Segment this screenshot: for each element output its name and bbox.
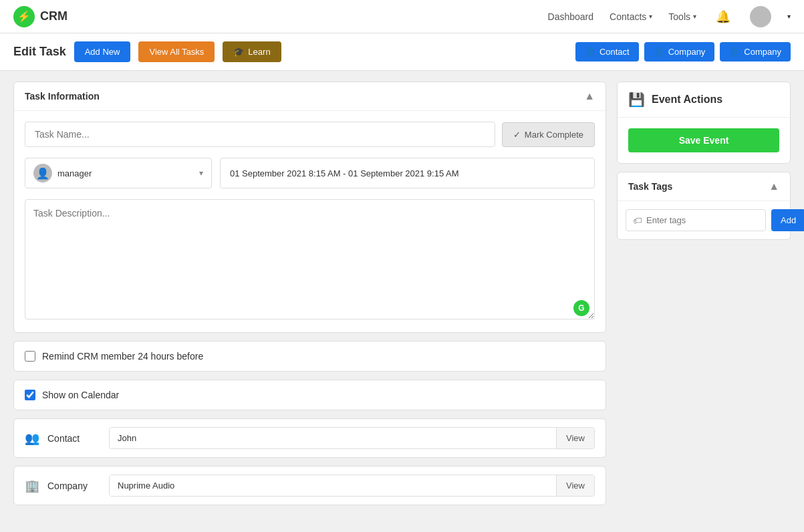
user-chevron-icon: ▾: [787, 13, 791, 20]
main-layout: Task Information ▲ ✓ Mark Complete 👤 m: [0, 71, 804, 532]
save-disk-icon: 💾: [628, 92, 645, 108]
page-header-right: 👤 Contact 👤 Company 👤 Company: [575, 42, 791, 61]
task-description-input[interactable]: [25, 199, 595, 319]
description-wrapper: G: [25, 199, 595, 321]
assignee-chevron-icon: ▾: [199, 168, 203, 178]
view-all-tasks-button[interactable]: View All Tasks: [138, 41, 215, 62]
task-info-title: Task Information: [25, 91, 100, 102]
tools-chevron-icon: ▾: [693, 13, 696, 20]
contacts-chevron-icon: ▾: [649, 13, 652, 20]
task-tags-card: Task Tags ▲ 🏷 Add: [617, 172, 791, 240]
page-header: Edit Task Add New View All Tasks 🎓 Learn…: [0, 33, 804, 71]
navbar: ⚡ CRM Dashboard Contacts ▾ Tools ▾ 🔔 ▾: [0, 0, 804, 33]
task-tags-title: Task Tags: [628, 181, 672, 192]
company-icon-1: 👤: [654, 47, 664, 57]
company-button-1[interactable]: 👤 Company: [644, 42, 715, 61]
contact-button-1[interactable]: 👤 Contact: [575, 42, 639, 61]
bell-icon[interactable]: 🔔: [712, 6, 734, 27]
task-name-input[interactable]: [25, 122, 495, 147]
left-panel: Task Information ▲ ✓ Mark Complete 👤 m: [13, 82, 606, 525]
nav-tools[interactable]: Tools ▾: [668, 11, 696, 22]
crm-logo: ⚡: [13, 6, 35, 27]
event-actions-card: 💾 Event Actions Save Event: [617, 82, 791, 164]
company-value-wrapper: View: [109, 475, 595, 497]
company-view-button[interactable]: View: [556, 475, 594, 496]
company-icon-2: 👤: [729, 47, 740, 57]
assignee-name: manager: [57, 168, 194, 178]
contact-icon-1: 👤: [585, 47, 595, 57]
calendar-checkbox-row: Show on Calendar: [13, 380, 606, 410]
calendar-checkbox[interactable]: [25, 390, 35, 400]
contact-row: 👥 Contact View: [13, 418, 606, 458]
assignee-date-row: 👤 manager ▾: [25, 158, 595, 188]
task-info-header: Task Information ▲: [14, 82, 606, 111]
contact-value-input[interactable]: [110, 428, 556, 448]
assignee-avatar: 👤: [33, 164, 52, 182]
navbar-left: ⚡ CRM: [13, 6, 68, 27]
grammarly-icon: G: [573, 300, 589, 316]
task-tags-body: 🏷 Add: [618, 201, 790, 239]
mark-complete-button[interactable]: ✓ Mark Complete: [502, 122, 595, 147]
task-info-collapse-icon[interactable]: ▲: [584, 90, 595, 102]
company-entity-icon: 🏢: [25, 479, 39, 493]
learn-button[interactable]: 🎓 Learn: [223, 41, 281, 62]
page-header-left: Edit Task Add New View All Tasks 🎓 Learn: [13, 41, 281, 62]
date-range-input[interactable]: [220, 158, 595, 188]
user-avatar[interactable]: [750, 6, 771, 27]
task-tags-header: Task Tags ▲: [618, 172, 790, 201]
tag-icon: 🏷: [633, 215, 642, 226]
company-row: 🏢 Company View: [13, 466, 606, 505]
contact-entity-icon: 👥: [25, 431, 39, 446]
company-value-input[interactable]: [110, 475, 556, 496]
tags-input[interactable]: [646, 210, 759, 231]
company-entity-label: Company: [47, 481, 101, 491]
contact-value-wrapper: View: [109, 427, 595, 449]
calendar-label[interactable]: Show on Calendar: [42, 390, 119, 400]
event-actions-header: 💾 Event Actions: [618, 82, 790, 118]
right-panel: 💾 Event Actions Save Event Task Tags ▲ 🏷…: [617, 82, 791, 525]
add-tag-button[interactable]: Add: [771, 209, 804, 231]
check-icon: ✓: [513, 130, 521, 140]
tags-input-wrapper: 🏷: [626, 209, 766, 231]
nav-dashboard[interactable]: Dashboard: [548, 11, 594, 22]
task-name-row: ✓ Mark Complete: [25, 122, 595, 147]
remind-checkbox[interactable]: [25, 351, 35, 362]
nav-brand: CRM: [40, 9, 68, 23]
save-event-button[interactable]: Save Event: [628, 128, 779, 152]
task-tags-collapse-icon[interactable]: ▲: [769, 180, 779, 192]
event-actions-body: Save Event: [618, 118, 790, 163]
task-information-card: Task Information ▲ ✓ Mark Complete 👤 m: [13, 82, 606, 333]
page-title: Edit Task: [13, 45, 66, 59]
remind-checkbox-row: Remind CRM member 24 hours before: [13, 341, 606, 372]
contact-view-button[interactable]: View: [556, 428, 594, 448]
task-info-body: ✓ Mark Complete 👤 manager ▾ G: [14, 111, 606, 332]
contact-entity-label: Contact: [47, 433, 101, 444]
remind-label[interactable]: Remind CRM member 24 hours before: [42, 351, 203, 362]
event-actions-title: Event Actions: [652, 94, 722, 106]
learn-icon: 🎓: [233, 47, 244, 57]
assignee-select[interactable]: 👤 manager ▾: [25, 158, 212, 188]
company-button-2[interactable]: 👤 Company: [720, 42, 791, 61]
navbar-right: Dashboard Contacts ▾ Tools ▾ 🔔 ▾: [548, 6, 791, 27]
nav-contacts[interactable]: Contacts ▾: [610, 11, 652, 22]
add-new-button[interactable]: Add New: [74, 41, 131, 62]
